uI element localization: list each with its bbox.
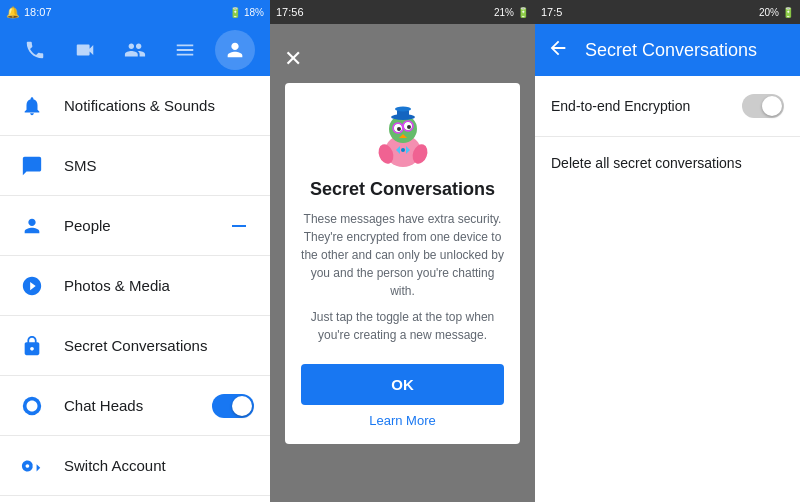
modal-title: Secret Conversations — [310, 179, 495, 200]
bird-illustration — [363, 99, 443, 179]
switchaccount-icon — [16, 450, 48, 482]
settings-item-notifications[interactable]: Notifications & Sounds — [0, 76, 270, 136]
secret-item-delete[interactable]: Delete all secret conversations — [535, 137, 800, 189]
settings-item-report[interactable]: Report a problem — [0, 496, 270, 502]
chatheads-toggle[interactable] — [212, 394, 254, 418]
nav-people[interactable] — [115, 30, 155, 70]
modal-time: 17:56 — [276, 6, 304, 18]
status-bar-3: 17:5 20% 🔋 — [535, 0, 800, 24]
people-indicator — [232, 225, 246, 227]
secret-icon — [16, 330, 48, 362]
settings-item-switchaccount[interactable]: Switch Account — [0, 436, 270, 496]
modal-status-left: 17:56 — [276, 6, 304, 18]
nav-profile[interactable] — [215, 30, 255, 70]
notifications-icon — [16, 90, 48, 122]
modal-status-right: 21% 🔋 — [494, 7, 529, 18]
secret-nav-bar: Secret Conversations — [535, 24, 800, 76]
time-1: 18:07 — [24, 6, 52, 18]
modal-description-2: Just tap the toggle at the top when you'… — [301, 308, 504, 344]
secret-time: 17:5 — [541, 6, 562, 18]
secret-panel: 17:5 20% 🔋 Secret Conversations End-to-e… — [535, 0, 800, 502]
nav-video[interactable] — [65, 30, 105, 70]
learn-more-link[interactable]: Learn More — [369, 413, 435, 428]
nav-menu[interactable] — [165, 30, 205, 70]
settings-item-chatheads[interactable]: Chat Heads — [0, 376, 270, 436]
battery-1: 18% — [244, 7, 264, 18]
secret-battery: 20% — [759, 7, 779, 18]
chatheads-toggle-container — [212, 394, 254, 418]
modal-panel: 17:56 21% 🔋 ✕ — [270, 0, 535, 502]
ok-button[interactable]: OK — [301, 364, 504, 405]
battery-icon-1: 🔋 — [229, 7, 241, 18]
switchaccount-label: Switch Account — [64, 457, 254, 474]
secret-nav-title: Secret Conversations — [585, 40, 757, 61]
e2e-toggle[interactable] — [742, 94, 784, 118]
e2e-label: End-to-end Encryption — [551, 98, 690, 114]
sms-icon — [16, 150, 48, 182]
settings-panel: 🔔 18:07 🔋 18% Notific — [0, 0, 270, 502]
secret-content: End-to-end Encryption Delete all secret … — [535, 76, 800, 502]
sms-label: SMS — [64, 157, 254, 174]
notifications-label: Notifications & Sounds — [64, 97, 254, 114]
modal-card: ✕ — [285, 83, 520, 444]
modal-description-1: These messages have extra security. They… — [301, 210, 504, 300]
chatheads-icon — [16, 390, 48, 422]
svg-point-18 — [401, 148, 405, 152]
modal-battery-icon: 🔋 — [517, 7, 529, 18]
settings-item-secret[interactable]: Secret Conversations — [0, 316, 270, 376]
settings-item-sms[interactable]: SMS — [0, 136, 270, 196]
svg-point-8 — [397, 127, 401, 131]
secret-battery-icon: 🔋 — [782, 7, 794, 18]
status-bar-1: 🔔 18:07 🔋 18% — [0, 0, 270, 24]
settings-item-people[interactable]: People — [0, 196, 270, 256]
secret-status-right: 20% 🔋 — [759, 7, 794, 18]
status-bar-right-1: 🔋 18% — [229, 7, 264, 18]
delete-label: Delete all secret conversations — [551, 155, 742, 171]
close-button[interactable]: ✕ — [277, 43, 309, 75]
svg-point-9 — [407, 125, 411, 129]
settings-item-photos[interactable]: Photos & Media — [0, 256, 270, 316]
secret-item-e2e[interactable]: End-to-end Encryption — [535, 76, 800, 137]
people-label: People — [64, 217, 216, 234]
back-button[interactable] — [547, 37, 569, 64]
alarm-icon: 🔔 — [6, 6, 20, 19]
secret-label: Secret Conversations — [64, 337, 254, 354]
settings-list: Notifications & Sounds SMS People Photos… — [0, 76, 270, 502]
nav-phone[interactable] — [15, 30, 55, 70]
modal-battery: 21% — [494, 7, 514, 18]
photos-icon — [16, 270, 48, 302]
nav-bar-1 — [0, 24, 270, 76]
status-bar-2: 17:56 21% 🔋 — [270, 0, 535, 24]
photos-label: Photos & Media — [64, 277, 254, 294]
status-bar-left-1: 🔔 18:07 — [6, 6, 52, 19]
secret-status-left: 17:5 — [541, 6, 562, 18]
svg-point-5 — [395, 106, 411, 111]
people-icon — [16, 210, 48, 242]
chatheads-label: Chat Heads — [64, 397, 196, 414]
